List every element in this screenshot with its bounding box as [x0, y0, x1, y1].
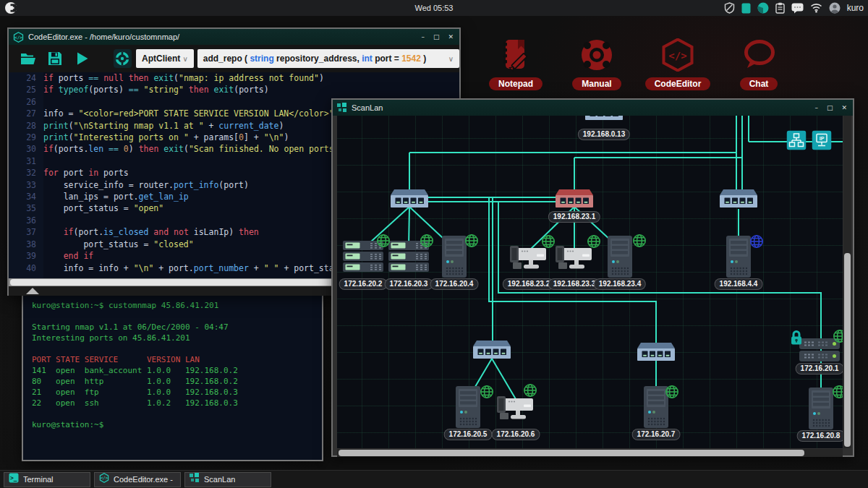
library-select[interactable]: AptClient∨	[136, 49, 194, 68]
map-vertical-scrollbar[interactable]	[843, 116, 851, 448]
svg-text:</>: </>	[14, 34, 22, 39]
scanlan-title: ScanLan	[352, 103, 814, 112]
desktop-icon-chat[interactable]: Chat	[718, 38, 799, 90]
network-node-172.16.20.4[interactable]	[442, 236, 467, 281]
maximize-button[interactable]: □	[827, 105, 833, 111]
network-node-192.168.0.13[interactable]	[585, 116, 623, 124]
memory-indicator-icon[interactable]	[741, 3, 751, 14]
minimize-button[interactable]: –	[814, 105, 818, 111]
desktop-icon-label: Notepad	[489, 77, 542, 90]
internet-globe-icon	[523, 383, 537, 401]
clipboard-icon[interactable]	[775, 2, 785, 14]
taskbar: >_Terminal</>CodeEditor.exe - …ScanLan	[0, 470, 868, 488]
network-node-switch[interactable]	[473, 341, 511, 362]
internet-globe-icon	[376, 234, 391, 251]
security-shield-icon[interactable]	[724, 2, 735, 14]
maximize-button[interactable]: □	[433, 34, 440, 40]
node-ip-label: 172.16.20.6	[492, 429, 540, 440]
wifi-icon[interactable]	[810, 3, 822, 13]
codeeditor-icon: </>	[660, 38, 695, 74]
taskbar-item-codeeditor[interactable]: </>CodeEditor.exe - …	[94, 472, 181, 487]
map-horizontal-scrollbar[interactable]	[337, 449, 843, 457]
disk-usage-icon[interactable]	[757, 2, 769, 14]
node-ip-label: 192.168.23.4	[594, 278, 646, 290]
scanlan-window[interactable]: ScanLan – □ ✕ 192.168.0.13192.168.23.117…	[331, 98, 854, 457]
terminal-line	[32, 343, 313, 354]
network-node-172.16.20.8[interactable]	[809, 388, 833, 432]
codeeditor-icon: </>	[13, 32, 24, 43]
node-ip-label: 172.16.20.3	[385, 278, 433, 290]
ip-view-button[interactable]: IP	[812, 131, 832, 153]
terminal-line: PORT STATE SERVICE VERSION LAN	[32, 354, 313, 365]
internet-globe-icon	[420, 234, 434, 251]
terminal-line: 22 open ssh 1.0.2 192.168.0.3	[32, 398, 313, 408]
library-icon	[114, 49, 132, 68]
username[interactable]: kuro	[847, 3, 864, 13]
network-node-192.168.23.1[interactable]	[556, 189, 593, 211]
desktop-icon-label: CodeEditor	[645, 77, 711, 90]
terminal-line	[32, 408, 313, 419]
close-button[interactable]: ✕	[841, 105, 847, 111]
terminal-line: 80 open http 1.0.0 192.168.0.2	[32, 376, 313, 387]
node-ip-label: 172.16.20.1	[796, 363, 843, 374]
network-node-switch[interactable]	[720, 189, 757, 211]
network-map[interactable]: 192.168.0.13192.168.23.1172.16.20.2172.1…	[337, 116, 843, 448]
terminal-line: kuro@station:~$ customnmap 45.86.41.201	[32, 300, 313, 311]
chat-notification-icon[interactable]	[791, 3, 804, 14]
codeeditor-titlebar[interactable]: </> CodeEditor.exe - /home/kuro/customnm…	[9, 29, 459, 45]
run-button[interactable]	[73, 49, 92, 68]
desktop-icon-codeeditor[interactable]: </>CodeEditor	[637, 38, 718, 90]
internet-globe-icon	[833, 329, 843, 346]
svg-text:>_: >_	[10, 475, 17, 481]
node-ip-label: 172.16.20.7	[632, 429, 681, 440]
lock-icon	[789, 330, 804, 348]
terminal-line	[32, 311, 313, 322]
node-ip-label: 172.16.20.5	[444, 429, 493, 440]
save-button[interactable]	[46, 49, 65, 68]
network-node-172.16.20.5[interactable]	[456, 386, 480, 431]
node-ip-label: 192.168.4.4	[715, 278, 763, 290]
node-ip-label: 192.168.23.1	[548, 211, 600, 223]
notepad-icon	[498, 38, 533, 74]
taskbar-item-scanlan[interactable]: ScanLan	[184, 472, 271, 487]
scanlan-icon	[337, 103, 347, 113]
terminal-line: 21 open ftp 1.0.0 192.168.0.3	[32, 387, 313, 398]
node-ip-label: 172.16.20.8	[797, 430, 843, 442]
function-signature-select[interactable]: add_repo ( string repository_address, in…	[197, 49, 459, 68]
node-ip-label: 172.16.20.2	[339, 278, 388, 290]
scanlan-icon	[190, 473, 200, 486]
internet-globe-icon	[749, 234, 764, 252]
code-line: 24if ports == null then exit("nmap: ip a…	[9, 72, 459, 84]
node-ip-label: 192.168.23.3	[548, 278, 600, 290]
internet-globe-icon	[832, 385, 843, 402]
scanlan-titlebar[interactable]: ScanLan – □ ✕	[333, 100, 853, 116]
svg-text:IP: IP	[820, 136, 825, 141]
network-node-192.168.23.4[interactable]	[608, 236, 632, 281]
codeeditor-toolbar: AptClient∨ add_repo ( string repository_…	[9, 45, 459, 72]
desktop: Wed 05:53	[0, 0, 868, 488]
codeeditor-icon: </>	[99, 473, 109, 486]
terminal-output[interactable]: kuro@station:~$ customnmap 45.86.41.201 …	[23, 292, 322, 438]
close-button[interactable]: ✕	[448, 34, 454, 40]
network-node-192.168.4.4[interactable]	[726, 236, 751, 281]
desktop-icon-notepad[interactable]: Notepad	[475, 38, 556, 90]
collapse-panel-arrow[interactable]	[26, 288, 39, 294]
manual-icon	[579, 38, 614, 74]
user-avatar[interactable]	[829, 2, 841, 14]
desktop-icon-label: Chat	[740, 77, 778, 90]
network-tree-button[interactable]	[787, 131, 807, 153]
minimize-button[interactable]: –	[421, 34, 425, 40]
terminal-window[interactable]: kuro@station:~$ customnmap 45.86.41.201 …	[22, 291, 323, 461]
taskbar-item-terminal[interactable]: >_Terminal	[4, 472, 90, 487]
terminal-line: Starting nmap v1.1 at 06/Dec/2000 - 04:4…	[32, 322, 313, 333]
desktop-icons: NotepadManual</>CodeEditorChat	[475, 38, 799, 90]
internet-globe-icon	[665, 385, 679, 402]
desktop-icon-manual[interactable]: Manual	[556, 38, 637, 90]
chat-icon	[741, 38, 776, 74]
desktop-icon-label: Manual	[572, 77, 621, 90]
node-ip-label: 192.168.23.2	[503, 278, 555, 290]
open-file-button[interactable]	[19, 49, 38, 68]
network-node-switch[interactable]	[637, 343, 675, 364]
internet-globe-icon	[587, 234, 601, 252]
network-node-switch[interactable]	[391, 189, 428, 211]
